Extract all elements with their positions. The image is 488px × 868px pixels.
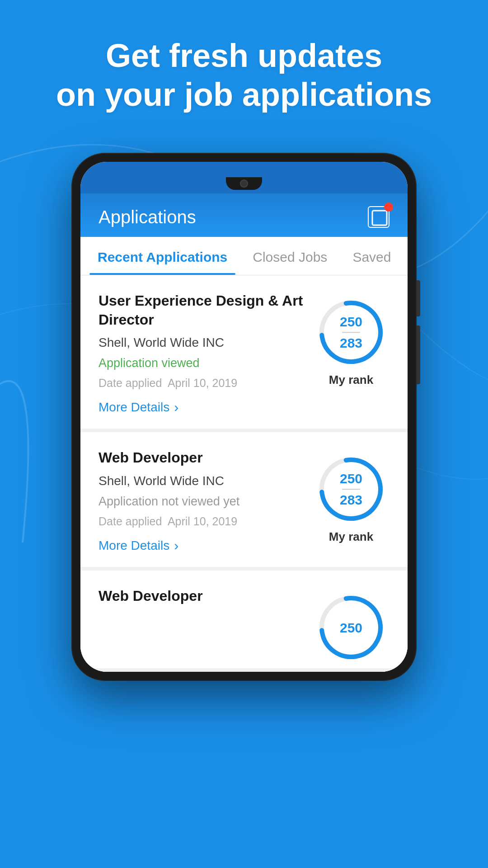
tab-recent-applications[interactable]: Recent Applications (85, 237, 240, 275)
notification-button[interactable] (368, 206, 389, 228)
card-left-3: Web Developer (99, 587, 304, 664)
content-area: User Experience Design & Art Director Sh… (80, 275, 408, 672)
rank-numbers-1: 250 283 (340, 313, 362, 352)
notch (226, 177, 262, 190)
phone-side-button (417, 280, 420, 316)
date-applied-2: Date applied April 10, 2019 (99, 515, 304, 528)
rank-circle-2: 250 283 (315, 453, 387, 525)
more-details-button-1[interactable]: More Details › (99, 400, 304, 415)
chevron-right-icon-2: › (174, 538, 178, 553)
app-header-title: Applications (99, 207, 196, 227)
phone-side-button-2 (417, 326, 420, 384)
phone-screen: Applications Recent Applications (80, 162, 408, 672)
application-card-1: User Experience Design & Art Director Sh… (80, 275, 408, 432)
rank-numbers-3: 250 (340, 618, 362, 636)
rank-circle-wrap-3: 250 (313, 587, 389, 664)
job-title-1: User Experience Design & Art Director (99, 292, 304, 329)
my-rank-label-1: My rank (329, 373, 373, 387)
rank-numbers-2: 250 283 (340, 470, 362, 509)
phone-mockup: Applications Recent Applications (72, 154, 416, 680)
rank-circle-3: 250 (315, 591, 387, 664)
rank-circle-wrap-1: 250 283 My rank (313, 292, 389, 415)
rank-circle-1: 250 283 (315, 296, 387, 368)
hero-section: Get fresh updates on your job applicatio… (0, 36, 488, 114)
svg-rect-0 (372, 211, 387, 225)
application-card-3: Web Developer 250 (80, 571, 408, 672)
app-header: Applications (80, 193, 408, 237)
notch-area (80, 162, 408, 193)
tab-saved[interactable]: Saved (340, 237, 404, 275)
status-1: Application viewed (99, 356, 304, 370)
tab-closed-jobs[interactable]: Closed Jobs (240, 237, 340, 275)
notification-dot (384, 203, 393, 212)
my-rank-label-2: My rank (329, 530, 373, 544)
application-card-2: Web Developer Shell, World Wide INC Appl… (80, 432, 408, 571)
camera (240, 179, 248, 188)
date-applied-1: Date applied April 10, 2019 (99, 377, 304, 390)
tabs-bar: Recent Applications Closed Jobs Saved (80, 237, 408, 275)
chevron-right-icon-1: › (174, 400, 178, 415)
hero-title: Get fresh updates on your job applicatio… (27, 36, 461, 114)
company-name-1: Shell, World Wide INC (99, 335, 304, 350)
card-left-1: User Experience Design & Art Director Sh… (99, 292, 304, 415)
job-title-2: Web Developer (99, 448, 304, 467)
job-title-3: Web Developer (99, 587, 304, 606)
rank-circle-wrap-2: 250 283 My rank (313, 448, 389, 553)
card-left-2: Web Developer Shell, World Wide INC Appl… (99, 448, 304, 553)
more-details-button-2[interactable]: More Details › (99, 538, 304, 553)
company-name-2: Shell, World Wide INC (99, 474, 304, 488)
status-2: Application not viewed yet (99, 495, 304, 509)
